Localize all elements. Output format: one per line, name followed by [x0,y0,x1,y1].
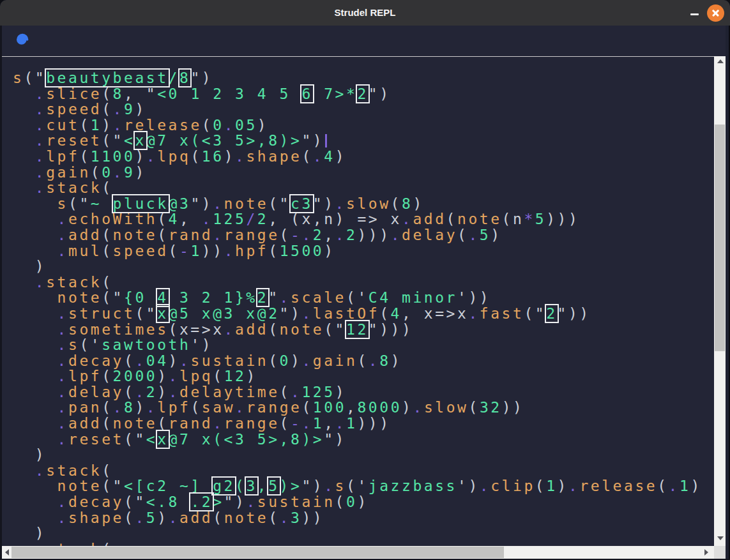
code-token: ( [157,227,168,243]
code-line[interactable]: .cut(1).release(0.05) [13,117,714,133]
code-token: ( [391,195,402,212]
code-line[interactable]: note("{0 4 3 2 1}%2".scale('C4 minor')) [13,290,714,306]
code-line[interactable]: .reset("<x@7 x(<3 5>,8)>") [13,133,714,149]
window-border-right [726,26,730,560]
code-token: <[c2 ~] [124,478,213,494]
code-token: . [113,399,124,416]
code-token: )) [301,510,324,526]
code-token: ( [268,352,279,369]
code-line[interactable]: .add(note(rand.range(-.2,.2))).delay(.5) [13,227,714,243]
minimize-button[interactable] [686,5,703,22]
vertical-scrollbar-track[interactable] [714,56,726,546]
code-token: . [146,399,157,416]
code-token: ) [157,384,168,400]
code-token: ) [13,446,46,463]
code-token: . [57,510,68,526]
code-token: ( [213,368,224,384]
code-editor[interactable]: s("beautybeast/8") .slice(8, "<0 1 2 3 4… [2,57,714,546]
code-line[interactable]: .add(note(rand.range(-.1,.1))) [13,416,714,432]
vertical-scrollbar-thumb[interactable] [715,125,725,351]
code-token: ) [335,384,346,400]
code-line[interactable]: .stack( [13,541,714,546]
code-line[interactable]: .struct("x@5 x@3 x@2").lastOf(4, x=>x.fa… [13,306,714,322]
code-token: . [135,352,146,369]
code-token: "))) [369,321,413,338]
code-token: ) [391,352,402,369]
code-line[interactable]: .sometimes(x=>x.add(note("12"))) [13,322,714,338]
code-line[interactable]: .shape(.5).add(note(.3)) [13,510,714,526]
code-token: -. [291,227,313,243]
code-token: ( [102,541,112,546]
code-token: 8 [402,195,413,212]
code-token: 0 [280,352,291,369]
code-token [13,321,57,338]
scroll-right-icon[interactable] [704,549,708,556]
code-line[interactable]: ) [13,259,714,275]
code-token [13,399,57,416]
code-token: . [213,227,224,243]
code-line[interactable]: .decay("<.8 .2>").sustain(0) [13,494,714,510]
active-token: x [157,305,168,322]
code-token: ( [268,510,279,526]
code-token: ) [558,478,568,494]
code-line[interactable]: .stack( [13,180,714,196]
code-line[interactable]: ) [13,526,714,541]
code-line[interactable]: .reset("<x@7 x(<3 5>,8)>") [13,432,714,448]
code-line[interactable]: s("~ pluck@3").note("c3").slow(8) [13,196,714,212]
code-token: - [179,243,190,259]
scroll-up-icon[interactable] [717,59,724,63]
code-token: shape [246,148,301,165]
active-token: 2 [257,289,268,306]
code-token: sawtooth [102,337,190,353]
code-line[interactable]: .stack( [13,275,714,291]
code-token: 3 [291,510,301,526]
code-line[interactable]: .gain(0.9) [13,165,714,181]
code-line[interactable]: .mul(speed(-1)).hpf(1500) [13,243,714,259]
code-line[interactable]: ) [13,447,714,463]
window-title: Strudel REPL [0,0,730,26]
code-token: (" [124,494,146,510]
code-token [13,510,57,526]
scroll-left-icon[interactable] [5,549,9,556]
code-token: " [268,289,279,306]
code-token: , " [124,86,157,102]
code-token: . [57,384,68,400]
code-token: 2 [257,211,268,227]
code-line[interactable]: .slice(8, "<0 1 2 3 4 5 6 7>*2") [13,86,714,102]
code-line[interactable]: .pan(.8).lpf(saw.range(100,8000).slow(32… [13,400,714,416]
toolbar [0,26,730,56]
code-token: ( [657,478,668,494]
code-token: . [280,289,291,306]
code-token: sustain [257,494,335,510]
code-token: struct [68,305,135,322]
strudel-logo-button[interactable] [13,31,31,49]
code-token: rand [169,227,213,243]
code-line[interactable]: note("<[c2 ~] g2(3,5)>").s('jazzbass').c… [13,478,714,494]
code-token: ( [102,415,112,432]
code-line[interactable]: .echoWith(4, .125/2, (x,n) => x.add(note… [13,211,714,227]
code-token: note [224,510,269,526]
horizontal-scrollbar-track[interactable] [2,546,714,559]
code-line[interactable]: .lpf(2000).lpq(12) [13,368,714,384]
close-button[interactable] [707,4,724,22]
scroll-down-icon[interactable] [717,536,724,540]
code-line[interactable]: .stack( [13,463,714,479]
code-token: ) [13,525,46,541]
code-line[interactable]: .lpf(1100).lpq(16).shape(.4) [13,149,714,165]
code-token: . [213,195,224,212]
code-token: . [235,399,246,416]
code-line[interactable]: .delay(.2).delaytime(.125) [13,384,714,400]
code-line[interactable]: .speed(.9) [13,102,714,117]
code-token: pan [68,399,102,416]
code-token: lpf [68,368,102,384]
code-token: ( [301,148,312,165]
code-token: . [113,101,124,117]
code-token: add [68,415,102,432]
code-token: clip [490,478,535,494]
code-line[interactable]: s("beautybeast/8") [13,70,714,86]
code-token: . [57,352,68,369]
code-token: @7 x(<3 5>,8)> [169,431,324,448]
code-line[interactable]: .s('sawtooth') [13,337,714,353]
horizontal-scrollbar-thumb[interactable] [11,547,504,558]
code-line[interactable]: .decay(.04).sustain(0).gain(.8) [13,353,714,369]
